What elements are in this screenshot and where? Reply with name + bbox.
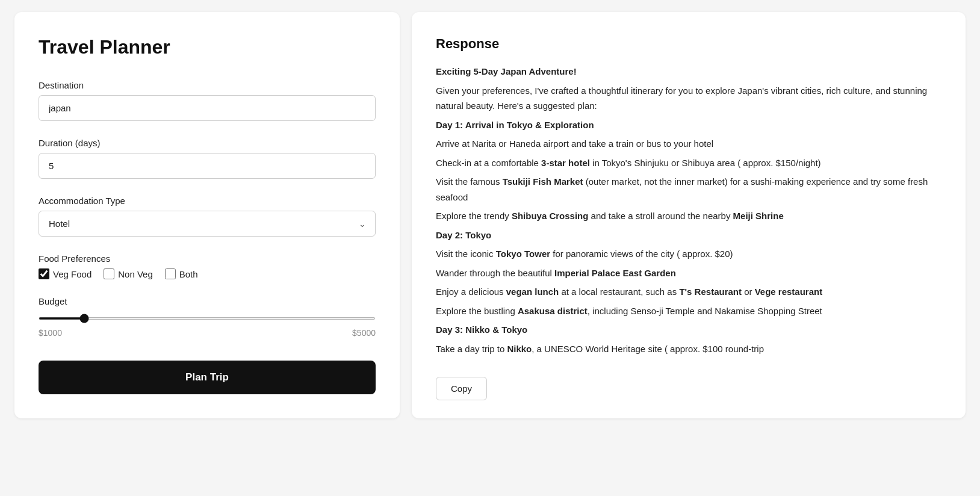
- budget-range-labels: $1000 $5000: [39, 328, 376, 338]
- non-veg-label[interactable]: Non Veg: [104, 268, 153, 279]
- main-container: Travel Planner Destination Duration (day…: [14, 12, 966, 418]
- budget-slider[interactable]: [39, 317, 376, 320]
- budget-min-label: $1000: [39, 328, 62, 338]
- day2-line3: Enjoy a delicious vegan lunch at a local…: [436, 284, 937, 300]
- copy-button[interactable]: Copy: [436, 377, 487, 400]
- day2-line2: Wander through the beautiful Imperial Pa…: [436, 265, 937, 281]
- app-title: Travel Planner: [39, 36, 376, 58]
- both-checkbox[interactable]: [165, 268, 176, 279]
- veg-food-text: Veg Food: [53, 269, 91, 279]
- day1-title: Day 1: Arrival in Tokyo & Exploration: [436, 117, 937, 133]
- accommodation-label: Accommodation Type: [39, 196, 376, 206]
- accommodation-group: Accommodation Type Hotel Hostel Airbnb R…: [39, 196, 376, 237]
- duration-label: Duration (days): [39, 138, 376, 148]
- day2-line1: Visit the iconic Tokyo Tower for panoram…: [436, 246, 937, 262]
- budget-max-label: $5000: [352, 328, 376, 338]
- veg-food-checkbox[interactable]: [39, 268, 49, 279]
- accommodation-select[interactable]: Hotel Hostel Airbnb Resort: [39, 211, 376, 237]
- day1-line3: Visit the famous Tsukiji Fish Market (ou…: [436, 174, 937, 205]
- duration-group: Duration (days): [39, 138, 376, 179]
- non-veg-checkbox[interactable]: [104, 268, 114, 279]
- left-panel: Travel Planner Destination Duration (day…: [14, 12, 400, 418]
- response-intro: Given your preferences, I've crafted a t…: [436, 83, 937, 114]
- both-label[interactable]: Both: [165, 268, 198, 279]
- response-headline: Exciting 5-Day Japan Adventure!: [436, 66, 577, 76]
- destination-input[interactable]: [39, 95, 376, 121]
- veg-food-label[interactable]: Veg Food: [39, 268, 91, 279]
- day3-line1: Take a day trip to Nikko, a UNESCO World…: [436, 341, 937, 357]
- right-panel: Response Exciting 5-Day Japan Adventure!…: [412, 12, 966, 418]
- destination-group: Destination: [39, 80, 376, 121]
- food-label: Food Preferences: [39, 253, 376, 264]
- budget-label: Budget: [39, 296, 376, 306]
- both-text: Both: [179, 269, 198, 279]
- food-prefs-row: Veg Food Non Veg Both: [39, 268, 376, 279]
- budget-group: Budget $1000 $5000: [39, 296, 376, 338]
- duration-input[interactable]: [39, 153, 376, 179]
- day1-line2: Check-in at a comfortable 3-star hotel i…: [436, 155, 937, 171]
- food-preferences-group: Food Preferences Veg Food Non Veg Both: [39, 253, 376, 279]
- response-content[interactable]: Exciting 5-Day Japan Adventure! Given yo…: [436, 64, 941, 365]
- destination-label: Destination: [39, 80, 376, 90]
- plan-trip-button[interactable]: Plan Trip: [39, 361, 376, 394]
- day1-line4: Explore the trendy Shibuya Crossing and …: [436, 208, 937, 224]
- response-title: Response: [436, 36, 941, 52]
- accommodation-select-wrapper: Hotel Hostel Airbnb Resort ⌄: [39, 211, 376, 237]
- day2-line4: Explore the bustling Asakusa district, i…: [436, 303, 937, 319]
- day3-title: Day 3: Nikko & Tokyo: [436, 322, 937, 338]
- day2-title: Day 2: Tokyo: [436, 228, 937, 243]
- day1-line1: Arrive at Narita or Haneda airport and t…: [436, 136, 937, 152]
- non-veg-text: Non Veg: [118, 269, 153, 279]
